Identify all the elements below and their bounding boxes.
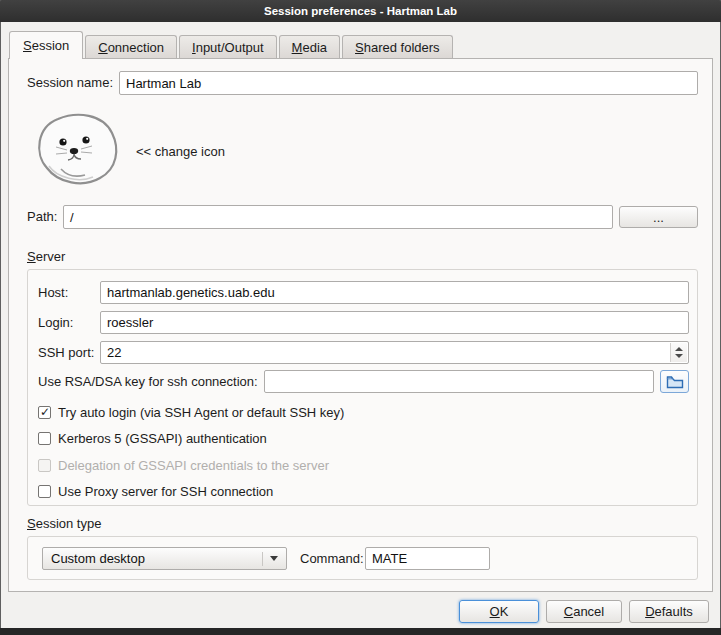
tab-connection[interactable]: Connection (85, 35, 177, 58)
session-icon-button[interactable] (27, 106, 123, 192)
spin-down-icon[interactable] (675, 354, 683, 358)
checkbox-box (38, 406, 51, 419)
command-label: Command: (300, 551, 364, 567)
spin-up-icon[interactable] (675, 347, 683, 351)
session-type-dropdown[interactable]: Custom desktop (42, 547, 287, 570)
session-preferences-window: Session preferences - Hartman Lab Sessio… (0, 0, 721, 635)
cancel-button-label: Cancel (564, 604, 604, 619)
session-name-label: Session name: (27, 75, 113, 91)
session-tab-panel: Session name: Hartman Lab << change icon… (8, 58, 713, 592)
ssh-port-value: 22 (107, 345, 121, 360)
ssh-port-label: SSH port: (38, 345, 94, 361)
host-input[interactable]: hartmanlab.genetics.uab.edu (100, 281, 689, 304)
cancel-button[interactable]: Cancel (546, 600, 622, 623)
session-name-input[interactable]: Hartman Lab (119, 71, 698, 95)
tab-connection-label: Connection (98, 40, 164, 55)
path-browse-button[interactable]: ... (619, 206, 698, 228)
login-label: Login: (38, 315, 73, 331)
change-icon-hint: << change icon (136, 144, 225, 160)
tab-shared-folders[interactable]: Shared folders (342, 35, 453, 58)
folder-icon (666, 375, 684, 389)
proxy-checkbox[interactable]: Use Proxy server for SSH connection (38, 483, 273, 499)
rsa-key-label: Use RSA/DSA key for ssh connection: (38, 374, 258, 390)
rsa-key-input[interactable] (264, 370, 654, 393)
up-down-arrows-icon[interactable] (670, 343, 687, 362)
path-label: Path: (27, 209, 57, 225)
defaults-button-label: Defaults (645, 604, 693, 619)
ssh-port-spinbox[interactable]: 22 (100, 341, 689, 364)
defaults-button[interactable]: Defaults (629, 600, 709, 623)
kerberos-checkbox[interactable]: Kerberos 5 (GSSAPI) authentication (38, 430, 267, 446)
tab-media[interactable]: Media (279, 35, 340, 58)
session-type-group: Custom desktop Command: MATE (27, 536, 698, 580)
tab-bar: Session Connection Input/Output Media Sh… (9, 30, 455, 58)
tab-media-label: Media (292, 40, 327, 55)
tab-input-output[interactable]: Input/Output (179, 35, 277, 58)
gssapi-delegation-checkbox: Delegation of GSSAPI credentials to the … (38, 457, 329, 473)
server-group: Host: hartmanlab.genetics.uab.edu Login:… (27, 269, 698, 506)
kerberos-checkbox-label: Kerberos 5 (GSSAPI) authentication (58, 431, 267, 446)
checkbox-box (38, 485, 51, 498)
window-title: Session preferences - Hartman Lab (264, 5, 457, 17)
command-input[interactable]: MATE (365, 547, 490, 570)
session-type-dropdown-value: Custom desktop (51, 551, 145, 566)
seal-icon (27, 106, 123, 190)
ok-button-label: OK (490, 604, 509, 619)
host-label: Host: (38, 285, 68, 301)
proxy-checkbox-label: Use Proxy server for SSH connection (58, 484, 273, 499)
tab-session[interactable]: Session (9, 31, 83, 59)
login-input[interactable]: roessler (100, 311, 689, 334)
auto-login-checkbox[interactable]: Try auto login (via SSH Agent or default… (38, 404, 344, 420)
server-group-label: Server (27, 249, 65, 265)
ok-button[interactable]: OK (459, 600, 539, 623)
window-bottom-edge (0, 628, 721, 635)
titlebar[interactable]: Session preferences - Hartman Lab (0, 0, 721, 22)
dropdown-separator (262, 552, 263, 566)
tab-shared-folders-label: Shared folders (355, 40, 440, 55)
chevron-down-icon (270, 556, 278, 561)
path-input[interactable]: / (63, 205, 613, 229)
rsa-key-browse-button[interactable] (660, 370, 689, 393)
tab-session-label: Session (23, 38, 69, 53)
session-type-group-label: Session type (27, 516, 101, 532)
checkbox-box (38, 459, 51, 472)
tab-input-output-label: Input/Output (192, 40, 264, 55)
auto-login-checkbox-label: Try auto login (via SSH Agent or default… (58, 405, 344, 420)
gssapi-delegation-checkbox-label: Delegation of GSSAPI credentials to the … (58, 458, 329, 473)
checkbox-box (38, 432, 51, 445)
